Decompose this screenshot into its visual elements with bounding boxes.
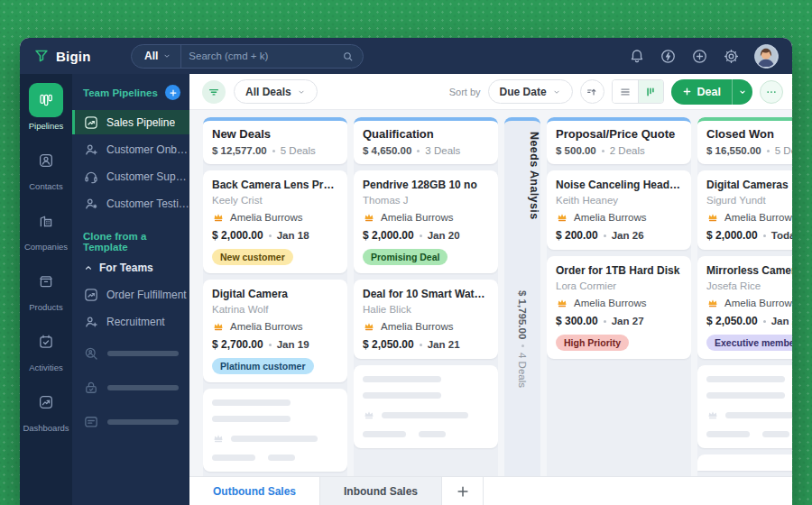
nav-item-companies[interactable]: Companies bbox=[20, 204, 72, 252]
dot-separator bbox=[763, 234, 766, 237]
pipeline-item-customer-support[interactable]: Customer Support bbox=[72, 164, 189, 188]
deal-amount: $ 2,000.00 bbox=[706, 229, 758, 242]
quick-actions-zap-icon[interactable] bbox=[660, 48, 677, 65]
crown-icon bbox=[556, 211, 568, 224]
settings-gear-icon[interactable] bbox=[723, 48, 740, 65]
filter-lines-icon bbox=[208, 86, 220, 98]
nav-tile bbox=[29, 143, 63, 178]
stage-amount: $ 1,795.00 bbox=[517, 290, 528, 339]
deal-due-date: Jan 20 bbox=[428, 230, 460, 241]
for-teams-group[interactable]: For Teams bbox=[72, 256, 189, 280]
companies-icon bbox=[38, 213, 54, 229]
nav-label: Pipelines bbox=[29, 121, 64, 131]
new-deal-dropdown-button[interactable] bbox=[732, 79, 752, 105]
pipeline-item-customer-testimonials[interactable]: Customer Testimonials bbox=[72, 191, 189, 216]
search-input[interactable] bbox=[181, 50, 342, 61]
search-scope-dropdown[interactable]: All bbox=[132, 45, 181, 68]
pipeline-skeleton-row bbox=[72, 405, 189, 439]
deal-contact: Halie Blick bbox=[363, 304, 489, 315]
dot-separator bbox=[604, 234, 606, 237]
deal-card[interactable]: Digital Cameras Sigurd Yundt Amelia Burr… bbox=[697, 170, 792, 250]
deal-card[interactable]: Back Camera Lens Protec... Keely Crist A… bbox=[203, 170, 347, 273]
deals-filter-dropdown[interactable]: All Deals bbox=[234, 79, 318, 104]
new-deal-button[interactable]: Deal bbox=[671, 79, 732, 105]
pipeline-skeleton-row bbox=[72, 371, 189, 405]
pipeline-item-recruitment[interactable]: Recruitment bbox=[72, 309, 189, 334]
add-pipeline-button[interactable] bbox=[165, 85, 180, 100]
add-plus-circle-icon[interactable] bbox=[691, 48, 708, 65]
chevron-down-icon bbox=[738, 87, 747, 96]
crown-icon bbox=[706, 297, 719, 309]
add-subpipeline-button[interactable] bbox=[442, 477, 484, 505]
sort-field-dropdown[interactable]: Due Date bbox=[488, 79, 573, 104]
search-icon bbox=[342, 50, 354, 62]
deal-contact: Sigurd Yundt bbox=[706, 195, 792, 206]
more-options-button[interactable] bbox=[760, 80, 783, 104]
pipeline-item-label: Sales Pipeline bbox=[106, 116, 175, 129]
stage-name: Qualification bbox=[363, 127, 489, 141]
nav-item-products[interactable]: Products bbox=[20, 264, 72, 312]
list-view-icon bbox=[619, 86, 632, 98]
deal-card[interactable]: Digital Camera Katrina Wolf Amelia Burro… bbox=[203, 280, 347, 382]
crown-skeleton-icon bbox=[706, 409, 719, 421]
ellipsis-icon bbox=[765, 86, 778, 98]
stage-column-header[interactable]: Qualification $ 4,650.00 3 Deals bbox=[354, 117, 498, 164]
nav-item-activities[interactable]: Activities bbox=[20, 325, 72, 372]
nav-item-contacts[interactable]: Contacts bbox=[20, 143, 72, 191]
chevron-up-icon bbox=[83, 262, 94, 273]
stage-column: New Deals $ 12,577.00 5 Deals Back Camer… bbox=[203, 117, 347, 476]
kanban-view-button[interactable] bbox=[638, 80, 663, 103]
stage-deal-count: 4 Deals bbox=[517, 353, 528, 388]
notifications-bell-icon[interactable] bbox=[629, 48, 645, 64]
user-avatar[interactable] bbox=[754, 44, 779, 69]
pipeline-skeleton-row bbox=[72, 336, 189, 371]
list-view-button[interactable] bbox=[613, 80, 638, 103]
pipeline-item-sales-pipeline[interactable]: Sales Pipeline bbox=[72, 110, 189, 134]
stage-deal-count: 3 Deals bbox=[425, 145, 460, 156]
nav-item-pipelines[interactable]: Pipelines bbox=[20, 83, 72, 131]
subpipeline-tab-outbound-sales[interactable]: Outbound Sales bbox=[189, 477, 320, 505]
skeleton-bar bbox=[363, 392, 441, 399]
deal-card-skeleton bbox=[697, 365, 792, 448]
deal-card[interactable]: Pendrive 128GB 10 no Thomas J Amelia Bur… bbox=[354, 170, 498, 273]
skeleton-bar bbox=[212, 399, 291, 406]
sort-direction-button[interactable] bbox=[580, 79, 604, 104]
deal-amount: $ 200.00 bbox=[556, 229, 598, 242]
headset-icon bbox=[83, 169, 99, 185]
nav-rail: Pipelines Contacts Companies Products Ac… bbox=[20, 74, 72, 505]
deal-tag: Platinum customer bbox=[212, 358, 314, 374]
stage-column-header[interactable]: Proposal/Price Quote $ 500.00 2 Deals bbox=[547, 117, 691, 164]
nav-label: Products bbox=[29, 302, 63, 312]
deal-card[interactable]: Noise Canceling Headpho... Keith Heaney … bbox=[547, 170, 691, 250]
pipeline-item-customer-onboarding[interactable]: Customer Onboarding bbox=[72, 137, 189, 161]
nav-label: Dashboards bbox=[23, 423, 69, 433]
stage-name: Closed Won bbox=[706, 127, 792, 141]
deal-tag: High Priority bbox=[556, 335, 629, 351]
pipeline-item-label: Recruitment bbox=[106, 316, 165, 328]
nav-label: Contacts bbox=[29, 181, 63, 191]
stage-column-header[interactable]: New Deals $ 12,577.00 5 Deals bbox=[203, 117, 347, 164]
nav-item-dashboards[interactable]: Dashboards bbox=[20, 385, 72, 433]
subpipeline-tab-inbound-sales[interactable]: Inbound Sales bbox=[320, 477, 442, 505]
pipeline-item-order-fulfillment[interactable]: Order Fulfillment bbox=[72, 282, 189, 307]
chevron-down-icon bbox=[162, 51, 171, 60]
sort-by-label: Sort by bbox=[449, 87, 481, 97]
crown-icon bbox=[212, 211, 225, 224]
deal-card[interactable]: Deal for 10 Smart Watch... Halie Blick A… bbox=[354, 280, 498, 359]
bottom-tab-bar: Outbound Sales Inbound Sales bbox=[189, 476, 792, 505]
pipeline-item-label: Customer Onboarding bbox=[106, 143, 189, 156]
deal-card[interactable]: Order for 1TB Hard Disk Lora Cormier Ame… bbox=[547, 256, 691, 359]
deal-owner: Amelia Burrows bbox=[574, 298, 647, 308]
nav-tile bbox=[29, 385, 63, 419]
deal-contact: Keely Crist bbox=[212, 195, 338, 206]
deal-card[interactable]: Mirrorless Camera Josefa Rice Amelia Bur… bbox=[697, 256, 792, 359]
skeleton-bar bbox=[706, 392, 785, 399]
plus-icon bbox=[455, 483, 471, 500]
dot-separator bbox=[420, 344, 422, 346]
stage-column-header[interactable]: Closed Won $ 16,550.00 5 Deals bbox=[697, 117, 792, 164]
person-star-icon bbox=[83, 196, 99, 212]
stage-column-collapsed[interactable]: Needs Analysis $ 1,795.00 4 Deals bbox=[504, 117, 540, 476]
products-icon bbox=[38, 273, 54, 289]
filter-button[interactable] bbox=[202, 80, 226, 104]
dot-separator bbox=[269, 234, 272, 237]
